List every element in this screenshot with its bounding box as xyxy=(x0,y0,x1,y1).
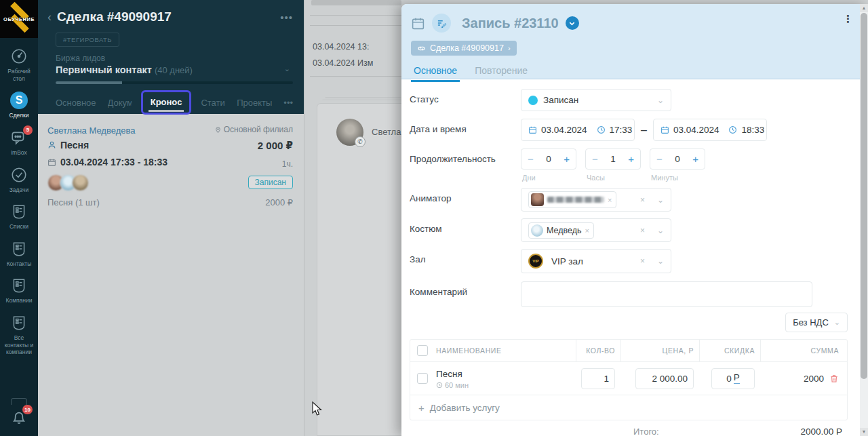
comment-textarea[interactable] xyxy=(521,281,812,307)
deal-tab-projects[interactable]: Проекты xyxy=(237,98,272,108)
add-service-button[interactable]: + Добавить услугу xyxy=(410,395,847,420)
clipboard-icon xyxy=(9,239,28,258)
notifications-bell[interactable]: 10 xyxy=(0,408,38,427)
logo-text: ОБУЧЕНИЕ xyxy=(3,16,35,22)
modal-scrollbar[interactable]: ▲ ▼ xyxy=(860,4,868,436)
linked-deal-chip[interactable]: Сделка #49090917 › xyxy=(411,41,517,56)
discount-currency-toggle[interactable]: Р xyxy=(734,373,740,384)
record-menu-button[interactable]: ⋮ xyxy=(843,16,853,22)
row-checkbox[interactable] xyxy=(417,373,428,384)
clipboard-icon xyxy=(9,202,28,221)
service-name: Песня xyxy=(436,369,462,379)
sidebar-item-deals[interactable]: S Сделки xyxy=(0,91,38,119)
whatsapp-badge-icon: ✆ xyxy=(355,136,366,147)
duration-label: Продолжительность xyxy=(410,148,521,182)
sidebar-item-tasks[interactable]: Задачи xyxy=(0,165,38,194)
deal-panel: ‹ Сделка #49090917 ••• #ТЕГИРОВАТЬ Биржа… xyxy=(38,0,304,436)
deal-header: ‹ Сделка #49090917 ••• #ТЕГИРОВАТЬ Биржа… xyxy=(38,0,304,114)
record-type-icon xyxy=(432,14,451,33)
sidebar-item-lists[interactable]: Списки xyxy=(0,202,38,231)
animator-chip: × xyxy=(528,191,616,208)
minus-button[interactable]: − xyxy=(656,153,663,165)
pipeline-block[interactable]: Биржа лидов Первичный контакт (40 дней) … xyxy=(56,54,293,75)
back-button[interactable]: ‹ xyxy=(47,11,52,23)
kronos-record-card[interactable]: Светлана Медведева Основной филиал Песня… xyxy=(38,114,304,207)
discount-input[interactable]: 0 Р xyxy=(711,368,755,389)
calendar-icon xyxy=(528,125,537,134)
clear-field-icon[interactable]: × xyxy=(640,195,645,205)
deal-tab-kronos[interactable]: Кронос xyxy=(151,97,182,107)
clear-field-icon[interactable]: × xyxy=(640,256,645,266)
chevron-down-icon: ⌄ xyxy=(657,96,664,105)
hours-stepper[interactable]: − 1 + xyxy=(585,148,641,170)
app-sidebar: ОБУЧЕНИЕ Рабочий стол S Сделки 5 imBox З… xyxy=(0,0,38,436)
minus-button[interactable]: − xyxy=(592,153,598,165)
tab-main[interactable]: Основное xyxy=(414,65,457,82)
status-label: Статус xyxy=(410,89,521,111)
minutes-sublabel: Минуты xyxy=(650,174,705,182)
scrollbar-thumb[interactable] xyxy=(861,13,867,379)
tab-repeat[interactable]: Повторение xyxy=(475,65,528,82)
remove-chip-icon[interactable]: × xyxy=(608,196,612,204)
imbox-badge: 5 xyxy=(23,125,33,135)
scroll-up-arrow[interactable]: ▲ xyxy=(860,4,868,12)
feed-date-line: 03.04.2024 13: xyxy=(313,42,401,52)
deals-icon: S xyxy=(9,91,28,110)
sidebar-item-companies[interactable]: Компании xyxy=(0,276,38,304)
datetime-label: Дата и время xyxy=(410,119,521,141)
deal-tabs-more[interactable]: ••• xyxy=(283,98,293,108)
sidebar-item-dashboard[interactable]: Рабочий стол xyxy=(0,47,38,82)
hall-select[interactable]: VIP VIP зал × ⌄ xyxy=(521,249,671,273)
branch-label: Основной филиал xyxy=(214,125,293,134)
deal-title: Сделка #49090917 xyxy=(57,9,275,24)
animator-label: Аниматор xyxy=(410,188,521,212)
app-logo[interactable]: ОБУЧЕНИЕ xyxy=(0,0,38,38)
end-datetime-input[interactable]: 03.04.2024 18:33 xyxy=(653,119,767,141)
pin-icon xyxy=(214,126,222,134)
deal-tab-main[interactable]: Основное xyxy=(56,98,96,108)
stage-progress-bar xyxy=(56,81,293,84)
select-all-checkbox[interactable] xyxy=(417,345,428,356)
stacked-card-edge xyxy=(325,97,401,98)
days-stepper[interactable]: − 0 + xyxy=(521,148,576,170)
pipeline-name: Биржа лидов xyxy=(56,54,293,63)
clear-field-icon[interactable]: × xyxy=(640,226,645,235)
animator-select[interactable]: × × ⌄ xyxy=(521,188,671,212)
deal-tab-statistics[interactable]: Статистика xyxy=(201,98,225,108)
chevron-down-icon[interactable]: ⌄ xyxy=(284,64,290,73)
total-value: 2000.00 Р xyxy=(800,427,842,436)
chevron-down-icon: ⌄ xyxy=(834,318,840,327)
plus-button[interactable]: + xyxy=(692,153,698,165)
scroll-down-arrow[interactable]: ▼ xyxy=(860,428,868,436)
remove-chip-icon[interactable]: × xyxy=(585,226,589,235)
costume-chip: Медведь × xyxy=(528,222,594,239)
plus-button[interactable]: + xyxy=(564,153,570,165)
start-datetime-input[interactable]: 03.04.2024 17:33 xyxy=(521,119,635,141)
items-summary: Песня (1 шт) xyxy=(47,197,100,207)
qty-input[interactable]: 1 xyxy=(581,368,615,389)
minutes-stepper[interactable]: − 0 + xyxy=(650,148,705,170)
deal-tab-documents[interactable]: Документы xyxy=(108,98,132,108)
status-select[interactable]: Записан ⌄ xyxy=(521,89,671,111)
minus-button[interactable]: − xyxy=(528,153,534,165)
collapse-record-button[interactable] xyxy=(566,16,579,30)
sidebar-item-imbox[interactable]: 5 imBox xyxy=(0,128,38,157)
delete-row-icon[interactable] xyxy=(829,374,839,384)
datetime-separator: – xyxy=(641,124,647,136)
costume-select[interactable]: Медведь × × ⌄ xyxy=(521,218,671,242)
sidebar-item-all-contacts[interactable]: Все контакты и компании xyxy=(0,313,38,356)
calendar-icon xyxy=(660,125,669,134)
clock-icon xyxy=(728,125,737,134)
tag-button[interactable]: #ТЕГИРОВАТЬ xyxy=(56,33,119,47)
deal-menu-button[interactable]: ••• xyxy=(280,12,293,23)
total-label: Итого: xyxy=(633,427,659,436)
clipboard-icon xyxy=(9,276,28,295)
contact-name-link[interactable]: Светлана Медведева xyxy=(47,125,135,136)
services-table: НАИМЕНОВАНИЕ КОЛ-ВО ЦЕНА, Р СКИДКА СУММА… xyxy=(410,339,848,420)
plus-button[interactable]: + xyxy=(628,153,634,165)
vip-hall-icon: VIP xyxy=(528,254,543,269)
vat-select[interactable]: Без НДС ⌄ xyxy=(785,313,848,332)
days-sublabel: Дни xyxy=(521,174,576,182)
sidebar-item-contacts[interactable]: Контакты xyxy=(0,239,38,268)
price-input[interactable]: 2 000.00 xyxy=(635,368,694,389)
